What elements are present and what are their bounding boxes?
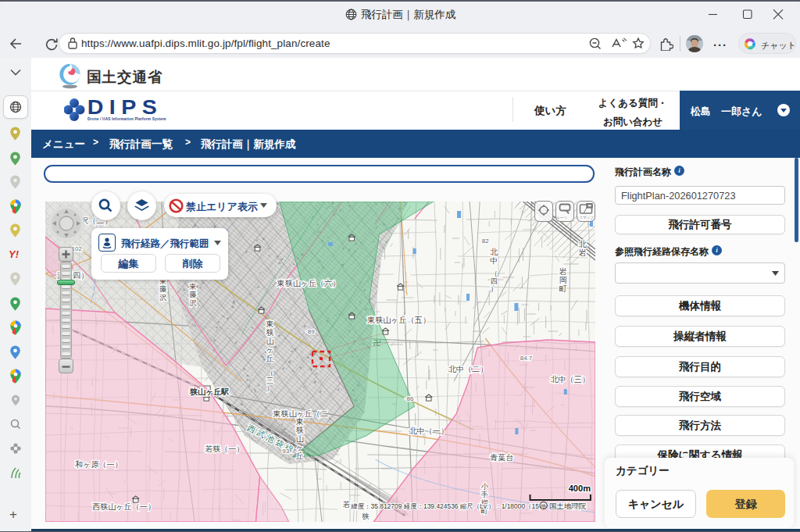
svg-text:84.7: 84.7	[520, 355, 533, 362]
svg-text:400m: 400m	[569, 484, 591, 493]
svg-text:藤: 藤	[159, 285, 167, 294]
svg-text:岡: 岡	[559, 276, 567, 284]
svg-text:（: （	[491, 270, 498, 277]
svg-text:北: 北	[490, 248, 498, 256]
svg-text:ヶ: ヶ	[266, 345, 273, 354]
svg-text:狭: 狭	[362, 512, 370, 520]
svg-text:ヶ: ヶ	[296, 443, 304, 452]
svg-text:藤: 藤	[189, 291, 197, 299]
svg-text:東: 東	[295, 417, 304, 426]
svg-text:沢: 沢	[159, 293, 167, 302]
svg-text:緯度：35.812709 経度：139.424536 縮尺（: 緯度：35.812709 経度：139.424536 縮尺（Lv.）：1/180…	[350, 502, 545, 510]
svg-text:82: 82	[482, 237, 489, 245]
svg-text:丘: 丘	[296, 452, 304, 460]
svg-text:西狭山ヶ丘（一）: 西狭山ヶ丘（一）	[92, 502, 155, 511]
svg-text:北中（三）: 北中（三）	[551, 375, 590, 384]
svg-text:北中（一）: 北中（一）	[409, 427, 448, 435]
svg-text:丘: 丘	[266, 354, 274, 362]
svg-text:東狭山ヶ丘（六）: 東狭山ヶ丘（六）	[277, 279, 341, 287]
svg-text:）: ）	[491, 285, 498, 293]
svg-text:岩: 岩	[559, 267, 567, 276]
svg-text:町: 町	[559, 284, 567, 293]
svg-text:山: 山	[266, 337, 274, 345]
svg-text:狭山ヶ丘駅: 狭山ヶ丘駅	[189, 387, 230, 396]
svg-text:·89: ·89	[305, 328, 315, 335]
svg-text:東: 東	[266, 320, 274, 328]
svg-text:北中（二）: 北中（二）	[448, 365, 488, 373]
svg-text:·86: ·86	[405, 395, 414, 402]
svg-text:狭: 狭	[266, 328, 274, 337]
svg-text:岩: 岩	[579, 248, 587, 257]
svg-text:）: ）	[266, 384, 273, 392]
svg-text:青葉台: 青葉台	[490, 453, 513, 462]
svg-text:地: 地	[541, 503, 546, 509]
svg-text:国土地理院: 国土地理院	[549, 502, 587, 510]
svg-text:中: 中	[490, 256, 498, 265]
svg-text:小: 小	[480, 482, 488, 491]
svg-text:Drone / UAS Information Platfo: Drone / UAS Information Platform System	[88, 117, 166, 121]
svg-text:東狭山ヶ丘（五）: 東狭山ヶ丘（五）	[366, 316, 430, 324]
svg-text:三: 三	[266, 377, 273, 384]
svg-text:四: 四	[491, 277, 498, 285]
svg-text:沢: 沢	[189, 298, 197, 307]
svg-text:和ヶ原（一）: 和ヶ原（一）	[75, 460, 123, 469]
svg-text:手: 手	[480, 491, 488, 499]
svg-text:東: 東	[189, 282, 197, 291]
svg-text:狭: 狭	[296, 426, 304, 434]
svg-text:DIPS: DIPS	[88, 96, 163, 119]
svg-text:（: （	[266, 369, 273, 377]
svg-text:若: 若	[342, 500, 350, 509]
svg-text:若狭（一）: 若狭（一）	[205, 445, 244, 453]
svg-text:山: 山	[296, 434, 304, 443]
svg-text:北: 北	[579, 240, 588, 248]
svg-text:卍: 卍	[373, 339, 380, 347]
svg-text:93: 93	[282, 448, 289, 455]
